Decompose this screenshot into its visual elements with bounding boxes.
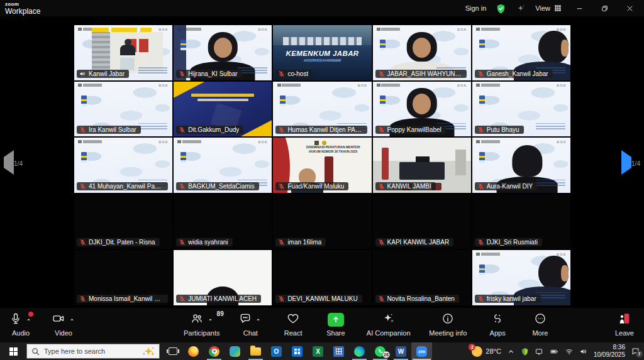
- more-label: More: [532, 329, 548, 337]
- participants-options-chevron-icon[interactable]: [207, 314, 214, 325]
- battery-icon[interactable]: [549, 347, 559, 356]
- apps-button[interactable]: Apps: [486, 312, 509, 337]
- clock[interactable]: 8:36 10/09/2025: [594, 344, 625, 359]
- security-shield-icon[interactable]: [495, 3, 506, 14]
- muted-mic-icon: [179, 295, 186, 302]
- participant-tile[interactable]: DJKI_Sri Rusmiati: [472, 194, 570, 249]
- participant-tile[interactable]: BSKPoppy KanwilBabel: [373, 82, 471, 137]
- taskbar-app-excel[interactable]: X: [308, 342, 328, 360]
- muted-mic-icon: [278, 183, 285, 190]
- notification-center-icon[interactable]: 7: [631, 347, 640, 356]
- minimize-button[interactable]: [571, 2, 587, 14]
- taskbar-app-firefox[interactable]: [183, 342, 204, 360]
- view-button[interactable]: View: [535, 4, 562, 13]
- participant-name-label: Ira Kanwil Sulbar: [77, 126, 141, 134]
- leave-icon: [617, 312, 632, 328]
- decoration: [199, 320, 201, 322]
- react-button[interactable]: React: [281, 312, 305, 337]
- participant-tile[interactable]: DISEMINASI PERATURAN MENTERI HUKUM NOMOR…: [273, 138, 371, 193]
- search-input[interactable]: [44, 347, 138, 355]
- participant-name-label: DJKI_Sri Rusmiati: [475, 238, 542, 246]
- decoration: [52, 312, 65, 325]
- decoration: [378, 295, 385, 302]
- participant-tile[interactable]: BSKBAGKUM_SetdaCiamis: [174, 138, 272, 193]
- taskbar-app-store[interactable]: [287, 342, 308, 360]
- participant-tile[interactable]: KANWIL JAMBI: [373, 138, 471, 193]
- taskbar-app-edge[interactable]: [349, 342, 370, 360]
- participant-tile[interactable]: BSKJABAR_ASIH WAHYUNINGSIH: [373, 25, 471, 80]
- participant-name: DEVI_KANWIL MALUKU: [287, 295, 357, 302]
- background-watermark: BSK: [358, 84, 368, 87]
- gallery-next-button[interactable]: 1/4: [620, 157, 641, 168]
- participant-tile[interactable]: KEMENKUM JABAR#2025KEDAHWIBBMco-host: [273, 25, 371, 80]
- participant-tile[interactable]: BSKKanwil Jabar: [74, 25, 172, 80]
- restore-button[interactable]: [596, 2, 613, 14]
- start-button[interactable]: [0, 342, 26, 360]
- wifi-icon[interactable]: [565, 347, 574, 356]
- participant-tile[interactable]: Dit.Gakkum_Dudy: [174, 82, 272, 137]
- participant-tile[interactable]: iman 16lima: [273, 194, 371, 249]
- audio-button[interactable]: Audio: [9, 312, 33, 337]
- muted-mic-icon: [378, 126, 385, 133]
- decoration: [14, 322, 18, 324]
- participant-tile[interactable]: widia syahrani: [174, 194, 272, 249]
- participant-tile[interactable]: BSKHijrana_KI Sulbar: [174, 25, 272, 80]
- video-options-chevron-icon[interactable]: [69, 314, 75, 325]
- participant-name-label: Hijrana_KI Sulbar: [176, 70, 242, 78]
- participant-tile[interactable]: BSKHumas Kanwil Ditjen PAS Jaw...: [273, 82, 371, 137]
- participant-tile[interactable]: JUMIATI KANWIL ACEH: [174, 250, 272, 305]
- taskbar-app-whatsapp[interactable]: 26: [370, 342, 391, 360]
- participant-tile[interactable]: KAPI KANWIL JABAR: [373, 194, 471, 249]
- decoration: [584, 349, 586, 352]
- more-button[interactable]: More: [528, 312, 552, 337]
- decoration: [620, 320, 625, 324]
- decoration: [491, 312, 504, 325]
- chat-options-chevron-icon[interactable]: [255, 314, 262, 325]
- participant-tile[interactable]: BSKfrisky kanwil jabar: [472, 250, 570, 305]
- participant-name: 41 Muhayan_Kanwil Papua Ba...: [89, 183, 164, 190]
- decoration: [441, 312, 454, 328]
- display-icon[interactable]: [535, 347, 543, 356]
- taskbar-app-explorer[interactable]: [245, 342, 266, 360]
- video-button[interactable]: Video: [52, 312, 75, 337]
- taskbar-app-outlook[interactable]: O: [266, 342, 287, 360]
- taskbar-app-zoom[interactable]: zm: [411, 342, 432, 360]
- info-button[interactable]: Meeting info: [429, 312, 467, 337]
- more-icon: [534, 312, 547, 327]
- participant-tile[interactable]: DJKI_Dit. Paten - Risna: [74, 194, 172, 249]
- sign-in-button[interactable]: Sign in: [465, 4, 487, 12]
- participant-tile[interactable]: BSKAura-Kanwil DIY: [472, 138, 570, 193]
- participant-tile[interactable]: BSKPutu Bhayu: [472, 82, 570, 137]
- decoration: [382, 312, 396, 325]
- participant-tile[interactable]: BSK41 Muhayan_Kanwil Papua Ba...: [74, 138, 172, 193]
- taskbar-app-word[interactable]: W: [391, 342, 411, 360]
- share-button[interactable]: Share: [324, 312, 348, 337]
- ai-sparkle-icon[interactable]: [515, 3, 526, 14]
- volume-icon[interactable]: [579, 347, 588, 356]
- close-button[interactable]: [621, 2, 638, 14]
- gallery-prev-button[interactable]: 1/4: [3, 157, 24, 168]
- weather-widget[interactable]: 2 28°C: [472, 346, 501, 357]
- decoration: [79, 239, 86, 246]
- background-stamp-logo: [479, 152, 485, 163]
- participant-name: Ira Kanwil Sulbar: [89, 126, 136, 133]
- participant-tile[interactable]: DEVI_KANWIL MALUKU: [273, 250, 371, 305]
- decoration: [151, 352, 155, 356]
- taskbar-app-calculator[interactable]: [328, 342, 349, 360]
- chat-button[interactable]: Chat: [238, 312, 262, 337]
- tray-expand-icon[interactable]: [507, 347, 515, 356]
- taskbar-app-chrome[interactable]: [204, 342, 225, 360]
- participant-tile[interactable]: Monissa Ismail_Kanwil Hukum...: [74, 250, 172, 305]
- participants-button[interactable]: 89Participants: [184, 312, 219, 337]
- taskbar-search[interactable]: [26, 344, 160, 359]
- participant-tile[interactable]: BSKIra Kanwil Sulbar: [74, 82, 172, 137]
- taskbar-app-copilot[interactable]: [225, 342, 245, 360]
- participant-tile[interactable]: BSKGanesh_Kanwil Jabar: [472, 25, 570, 80]
- leave-button[interactable]: Leave: [613, 312, 636, 337]
- participant-tile[interactable]: Novita Rosalina_Banten: [373, 250, 471, 305]
- background-watermark: BSK: [258, 28, 268, 31]
- ai-button[interactable]: AI Companion: [367, 312, 411, 337]
- antivirus-icon[interactable]: [521, 347, 529, 356]
- background-watermark: BSK: [557, 84, 567, 87]
- taskbar-app-taskview[interactable]: [162, 342, 183, 360]
